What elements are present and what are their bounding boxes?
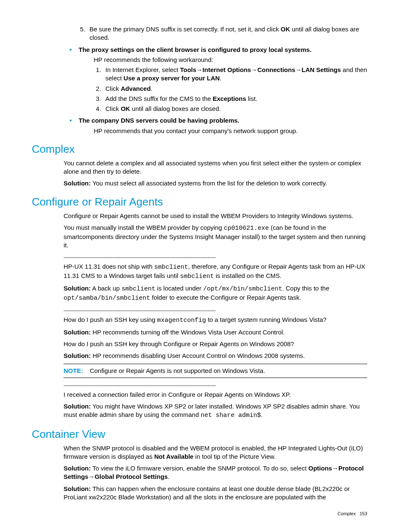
bullet-proxy: The proxy settings on the client browser… [64, 46, 367, 113]
cra-p5: How do I push an SSH key through Configu… [64, 340, 367, 348]
s1conn: Connections [257, 66, 295, 73]
s1ar1: → [196, 66, 202, 73]
complex-solution: Solution: You must select all associated… [64, 179, 367, 188]
bullet-dns: The company DNS servers could be having … [64, 116, 367, 135]
s1lan: LAN Settings [302, 66, 341, 73]
heading-container-view: Container View [32, 428, 367, 441]
separator-2: ----------------------------------------… [64, 307, 367, 311]
cra-sol3: Solution: HP recommends disabling User A… [64, 352, 367, 360]
cra-content: Configure or Repair Agents cannot be use… [64, 212, 367, 420]
cra-sol2: Solution: HP recommends turning off the … [64, 328, 367, 337]
proxy-steps: In Internet Explorer, select Tools→Inter… [91, 66, 367, 113]
s3b: list. [246, 95, 258, 102]
sol1c3: opt/samba/bin/smbclient [64, 295, 150, 302]
sol2t: HP recommends turning off the Windows Vi… [91, 329, 285, 336]
s1c: . [220, 75, 221, 82]
cvsol1b: . [168, 473, 169, 480]
p3c1: smbclient [154, 264, 188, 271]
step5-text-a: Be sure the primary DNS suffix is set co… [90, 26, 281, 33]
s4ok: OK [121, 105, 130, 112]
s3exc: Exceptions [213, 95, 246, 102]
cvsol1l: Solution: [64, 465, 91, 472]
intro-section: Be sure the primary DNS suffix is set co… [64, 25, 367, 135]
cvsol1opt: Options [308, 465, 332, 472]
footer-page: 153 [360, 511, 367, 516]
cvsol1ar1: → [332, 465, 338, 472]
sol4b: . [261, 411, 263, 418]
note-box: NOTE:Configure or Repair Agents is not s… [64, 364, 367, 378]
heading-cra: Configure or Repair Agents [32, 195, 367, 208]
complex-sol-label: Solution: [64, 180, 91, 187]
p3a: HP-UX 11.31 does not ship with [64, 263, 154, 270]
proxy-step-3: Add the DNS suffix for the CMS to the Ex… [103, 95, 367, 103]
s2a: Click [105, 85, 121, 92]
p4b: to a target system running Windows Vista… [206, 316, 327, 323]
sol1l: Solution: [64, 285, 91, 292]
complex-content: You cannot delete a complex and all asso… [64, 159, 367, 188]
sol2l: Solution: [64, 329, 91, 336]
separator-1: ----------------------------------------… [64, 254, 367, 258]
bullet-list: The proxy settings on the client browser… [64, 46, 367, 135]
cra-sol4: Solution: You might have Windows XP SP2 … [64, 402, 367, 420]
p4a: How do I push an SSH key using [64, 316, 157, 323]
s1ar3: → [295, 66, 302, 73]
sol4l: Solution: [64, 403, 91, 410]
sol1c: . Copy this to the [282, 285, 330, 292]
cv-p1: When the SNMP protocol is disabled and t… [64, 444, 367, 461]
sol1d: folder to execute the Configure or Repai… [150, 294, 301, 301]
s1ar2: → [251, 66, 257, 73]
complex-p1: You cannot delete a complex and all asso… [64, 159, 367, 176]
p2a: You must manually install the WBEM provi… [64, 224, 224, 231]
dns-sub: HP recommends that you contact your comp… [94, 127, 367, 135]
cv-content: When the SNMP protocol is disabled and t… [64, 444, 367, 502]
s1io: Internet Options [202, 66, 251, 73]
cvsol2l: Solution: [64, 485, 91, 492]
s4b: until all dialog boxes are closed. [130, 105, 221, 112]
note-label: NOTE: [64, 367, 83, 374]
sol1b: is located under [155, 285, 203, 292]
s4a: Click [105, 105, 121, 112]
cra-p6: I received a connection failed error in … [64, 391, 367, 399]
sol4code: net share admin$ [201, 412, 261, 419]
s1a: In Internet Explorer, select [105, 66, 180, 73]
proxy-title: The proxy settings on the client browser… [79, 46, 312, 53]
p4code: mxagentconfig [157, 317, 206, 324]
separator-3: ----------------------------------------… [64, 382, 367, 386]
s2adv: Advanced [121, 85, 151, 92]
proxy-step-2: Click Advanced. [103, 85, 367, 93]
cra-p3: HP-UX 11.31 does not ship with smbclient… [64, 262, 367, 281]
complex-sol-text: You must select all associated systems f… [91, 180, 327, 187]
p3c: is installed on the CMS. [214, 272, 281, 279]
s3a: Add the DNS suffix for the CMS to the [105, 95, 213, 102]
sol1a: A back up [91, 285, 121, 292]
proxy-rec: HP recommends the following workaround: [94, 56, 367, 64]
proxy-step-4: Click OK until all dialog boxes are clos… [103, 105, 367, 113]
cra-p4: How do I push an SSH key using mxagentco… [64, 316, 367, 325]
step-5: Be sure the primary DNS suffix is set co… [87, 25, 367, 42]
sol3t: HP recommends disabling User Account Con… [91, 352, 305, 359]
cra-p1: Configure or Repair Agents cannot be use… [64, 212, 367, 220]
proxy-sub: HP recommends the following workaround: … [94, 56, 367, 113]
step-list-continued: Be sure the primary DNS suffix is set co… [64, 25, 367, 42]
cv-sol1: Solution: To view the iLO firmware versi… [64, 464, 367, 481]
page-body: Be sure the primary DNS suffix is set co… [0, 0, 399, 501]
cra-p2: You must manually install the WBEM provi… [64, 224, 367, 250]
dns-text: HP recommends that you contact your comp… [94, 127, 367, 135]
page-footer: Complex 153 [338, 511, 367, 516]
sol1c2: /opt/mx/bin/smbclient [203, 285, 282, 293]
dns-title: The company DNS servers could be having … [79, 117, 239, 124]
cvsol1gps: Global Protocol Settings [95, 473, 168, 480]
s2b: . [151, 85, 152, 92]
cvp1na: Not Available [154, 453, 194, 460]
note-text: Configure or Repair Agents is not suppor… [90, 367, 265, 374]
s1tools: Tools [180, 66, 196, 73]
step5-ok: OK [281, 26, 290, 33]
sol3l: Solution: [64, 352, 91, 359]
p3c2: smbclient [180, 273, 214, 280]
heading-complex: Complex [32, 143, 367, 156]
s1use: Use a proxy server for your LAN [123, 75, 220, 82]
sol1c1: smbclient [121, 285, 155, 293]
cra-sol1: Solution: A back up smbclient is located… [64, 284, 367, 303]
proxy-step-1: In Internet Explorer, select Tools→Inter… [103, 66, 367, 83]
p2code: cp010621.exe [224, 225, 269, 232]
